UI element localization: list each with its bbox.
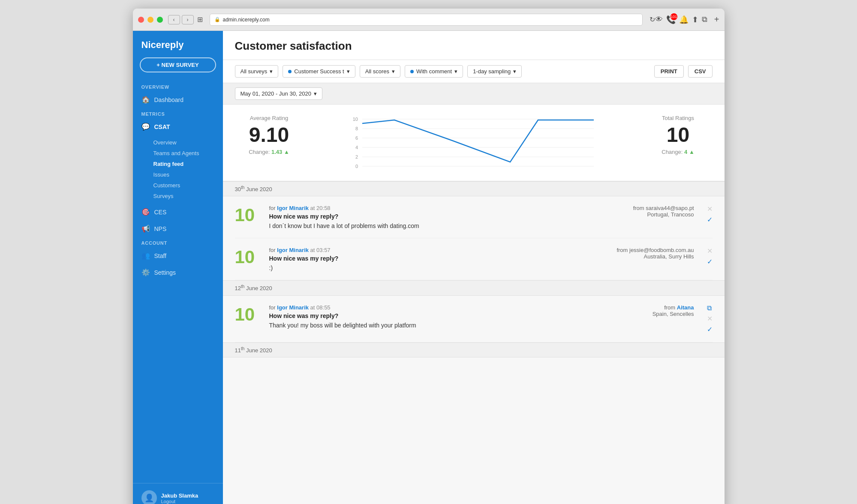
phone-icon[interactable]: 📞101 [666, 15, 676, 24]
tab-grid-button[interactable]: ⊞ [197, 15, 203, 24]
svg-text:4: 4 [355, 145, 358, 150]
sidebar-item-csat-issues[interactable]: Issues [153, 169, 223, 180]
logout-button[interactable]: Logout [161, 499, 198, 504]
share-icon[interactable]: ⬆ [692, 15, 698, 24]
svg-text:6: 6 [355, 135, 358, 141]
date-range-button[interactable]: May 01, 2020 - Jun 30, 2020 ▾ [235, 87, 323, 100]
new-survey-button[interactable]: + NEW SURVEY [140, 57, 216, 72]
sidebar-item-nps[interactable]: 📢 NPS [133, 220, 223, 237]
blue-dot-icon [288, 70, 292, 73]
rating-meta-2: from jessie@foodbomb.com.au Australia, S… [608, 247, 694, 260]
all-scores-label: All scores [365, 68, 389, 75]
date-bar: May 01, 2020 - Jun 30, 2020 ▾ [223, 83, 725, 105]
rating-comment-1: I don´t know but I have a lot of problem… [269, 222, 600, 229]
check-icon-2[interactable]: ✓ [707, 258, 713, 266]
sidebar-item-settings[interactable]: ⚙️ Settings [133, 264, 223, 281]
copy-icon-3[interactable]: ⧉ [707, 304, 713, 312]
sidebar-item-staff[interactable]: 👥 Staff [133, 247, 223, 264]
rating-agent-2[interactable]: Igor Minarik [277, 247, 309, 253]
chevron-down-icon3: ▾ [392, 68, 395, 75]
rating-card-2: 10 for Igor Minarik at 03:57 How nice wa… [235, 238, 713, 280]
forward-button[interactable]: › [182, 15, 194, 24]
all-scores-filter[interactable]: All scores ▾ [360, 65, 400, 78]
lock-icon: 🔒 [214, 17, 220, 22]
ces-icon: 🎯 [141, 208, 150, 216]
customer-success-filter[interactable]: Customer Success t ▾ [283, 65, 355, 78]
check-icon-3[interactable]: ✓ [707, 325, 713, 333]
address-bar[interactable]: 🔒 admin.nicereply.com [210, 14, 643, 26]
rating-from-1: from saraiva44@sapo.pt [608, 205, 694, 211]
check-icon-1[interactable]: ✓ [707, 216, 713, 224]
rating-location-1: Portugal, Trancoso [608, 211, 694, 218]
close-icon-1[interactable]: ✕ [707, 205, 713, 213]
rating-for-1: for Igor Minarik at 20:58 [269, 205, 600, 211]
bell-icon[interactable]: 🔔 [679, 15, 689, 24]
sidebar-item-ces[interactable]: 🎯 CES [133, 204, 223, 220]
eye-icon[interactable]: 👁 [655, 15, 663, 24]
ces-label: CES [154, 209, 167, 216]
sidebar-item-csat-customers[interactable]: Customers [153, 180, 223, 191]
add-tab-button[interactable]: + [714, 15, 719, 24]
with-comment-label: With comment [416, 68, 452, 75]
footer-user-info: Jakub Slamka Logout [161, 492, 198, 504]
svg-text:8. Jun: 8. Jun [504, 170, 517, 171]
rating-for-3: for Igor Minarik at 08:55 [269, 304, 600, 311]
maximize-button[interactable] [157, 17, 163, 23]
chevron-down-icon6: ▾ [314, 90, 317, 97]
print-button[interactable]: PRINT [654, 65, 684, 78]
reload-button[interactable]: ↻ [650, 15, 655, 24]
chevron-down-icon4: ▾ [454, 68, 457, 75]
total-change-text: Change: 4 ▲ [644, 149, 713, 155]
date-range-text: May 01, 2020 - Jun 30, 2020 [241, 90, 312, 97]
rating-body-1: for Igor Minarik at 20:58 How nice was m… [269, 205, 600, 229]
rating-score-2: 10 [235, 247, 261, 267]
rating-meta-3: from Aitana Spain, Sencelles [608, 304, 694, 317]
sidebar-item-csat-rating-feed[interactable]: Rating feed [153, 159, 223, 169]
chevron-down-icon: ▾ [270, 68, 273, 75]
csat-label: CSAT [154, 123, 170, 130]
svg-text:25. May: 25. May [444, 170, 461, 171]
content-header: Customer satisfaction [223, 31, 725, 60]
svg-text:22. Jun: 22. Jun [556, 170, 571, 171]
svg-text:2: 2 [355, 154, 358, 159]
rating-from-link-3[interactable]: Aitana [677, 304, 694, 311]
rating-agent-1[interactable]: Igor Minarik [277, 205, 309, 211]
customer-success-label: Customer Success t [294, 68, 344, 75]
rating-comment-3: Thank you! my boss will be delighted wit… [269, 322, 600, 329]
close-icon-3[interactable]: ✕ [707, 315, 713, 323]
all-surveys-filter[interactable]: All surveys ▾ [235, 65, 279, 78]
rating-time-2: at 03:57 [310, 247, 331, 253]
titlebar: ‹ › ⊞ 🔒 admin.nicereply.com ↻ 👁 📞101 🔔 ⬆… [133, 9, 725, 31]
logo: Nicereply [133, 31, 223, 57]
filter-bar: All surveys ▾ Customer Success t ▾ All s… [223, 60, 725, 83]
overview-section-label: OVERVIEW [133, 81, 223, 91]
close-button[interactable] [138, 17, 144, 23]
blue-dot-icon2 [410, 70, 414, 73]
rating-score-3: 10 [235, 304, 261, 325]
sampling-filter[interactable]: 1-day sampling ▾ [467, 65, 522, 78]
copy-icon[interactable]: ⧉ [702, 15, 707, 24]
date-divider-2: 12th June 2020 [223, 280, 725, 295]
sidebar-item-csat-teams[interactable]: Teams and Agents [153, 148, 223, 159]
back-button[interactable]: ‹ [168, 15, 180, 24]
rating-actions-1: ✕ ✓ [703, 205, 713, 224]
sidebar-item-dashboard[interactable]: 🏠 Dashboard [133, 91, 223, 108]
close-icon-2[interactable]: ✕ [707, 247, 713, 255]
rating-from-3: from Aitana [608, 304, 694, 311]
avg-rating-label: Average Rating [235, 115, 304, 121]
sidebar-item-csat-surveys[interactable]: Surveys [153, 191, 223, 201]
csv-button[interactable]: CSV [688, 65, 713, 78]
sampling-label: 1-day sampling [473, 68, 511, 75]
chevron-down-icon5: ▾ [513, 68, 516, 75]
with-comment-filter[interactable]: With comment ▾ [405, 65, 463, 78]
svg-text:8: 8 [355, 126, 358, 131]
sidebar-item-csat[interactable]: 💬 CSAT [133, 118, 223, 135]
avatar: 👤 [141, 490, 157, 504]
minimize-button[interactable] [147, 17, 153, 23]
date-divider-1: 30th June 2020 [223, 181, 725, 196]
sidebar-item-csat-overview[interactable]: Overview [153, 137, 223, 148]
rating-body-3: for Igor Minarik at 08:55 How nice was m… [269, 304, 600, 329]
content-area: Customer satisfaction All surveys ▾ Cust… [223, 31, 725, 504]
rating-agent-3[interactable]: Igor Minarik [277, 304, 309, 311]
total-change-value: 4 ▲ [684, 149, 695, 155]
